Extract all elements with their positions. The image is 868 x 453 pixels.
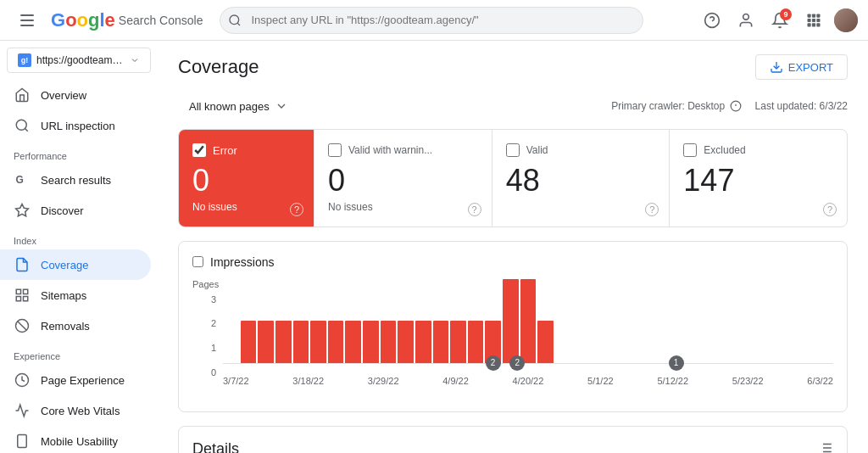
g-icon: G	[14, 171, 31, 188]
core-web-vitals-icon	[14, 402, 31, 419]
valid-warning-checkbox-row: Valid with warnin...	[328, 143, 478, 157]
notification-badge: 9	[780, 8, 792, 20]
excluded-checkbox[interactable]	[683, 143, 697, 157]
impressions-checkbox[interactable]	[192, 256, 203, 267]
chart-bar	[398, 321, 414, 363]
filter-row: All known pages Primary crawler: Desktop…	[178, 93, 848, 119]
chart-bar	[433, 321, 449, 363]
export-label: EXPORT	[788, 61, 833, 74]
svg-line-1	[238, 23, 241, 25]
sidebar-item-core-web-vitals[interactable]: Core Web Vitals	[0, 395, 151, 426]
error-info-icon[interactable]: ?	[290, 203, 303, 216]
svg-point-4	[743, 14, 749, 20]
error-value: 0	[192, 164, 300, 198]
chart-bar	[503, 279, 519, 363]
chart-bar	[381, 321, 397, 363]
sidebar-item-discover[interactable]: Discover	[0, 195, 151, 226]
chevron-down-icon	[130, 55, 140, 65]
help-icon	[704, 12, 721, 29]
valid-warning-info-icon[interactable]: ?	[468, 203, 481, 216]
sidebar-item-label: Page Experience	[41, 374, 125, 387]
svg-rect-21	[16, 297, 20, 301]
valid-warning-value: 0	[328, 164, 478, 198]
svg-rect-9	[812, 18, 815, 21]
chart-section: Impressions Pages 3 2 1 0	[178, 241, 848, 412]
search-icon	[228, 14, 242, 27]
download-icon	[770, 60, 783, 74]
sidebar-item-sitemaps[interactable]: Sitemaps	[0, 280, 151, 310]
chart-bar	[258, 321, 274, 363]
valid-card: Valid 48 ?	[492, 130, 670, 226]
excluded-checkbox-row: Excluded	[683, 143, 833, 157]
error-checkbox[interactable]	[192, 143, 206, 157]
sidebar-item-search-results[interactable]: G Search results	[0, 165, 151, 195]
sidebar-item-label: Coverage	[41, 259, 88, 271]
mobile-icon	[14, 433, 31, 450]
svg-rect-19	[24, 289, 28, 294]
valid-checkbox[interactable]	[506, 143, 520, 157]
sidebar-section-index: Index	[0, 226, 158, 249]
chart-bar	[520, 279, 537, 363]
chevron-down-icon	[275, 99, 288, 113]
home-icon	[14, 87, 31, 103]
valid-value: 48	[506, 164, 656, 198]
avatar[interactable]	[834, 8, 858, 32]
sidebar-item-page-experience[interactable]: Page Experience	[0, 365, 151, 395]
sidebar-item-url-inspection[interactable]: URL inspection	[0, 110, 151, 141]
chart-area: Pages 3 2 1 0	[192, 279, 833, 398]
excluded-card: Excluded 147 ?	[670, 130, 847, 226]
help-button[interactable]	[698, 7, 726, 34]
crawler-info: Primary crawler: Desktop Last updated: 6…	[611, 100, 848, 113]
sidebar-item-coverage[interactable]: Coverage	[0, 249, 151, 280]
sidebar-item-label: Mobile Usability	[41, 435, 118, 448]
sidebar-item-label: Discover	[41, 204, 84, 217]
sidebar-item-overview[interactable]: Overview	[0, 80, 151, 110]
excluded-label: Excluded	[704, 144, 745, 156]
url-inspect-input[interactable]	[220, 7, 643, 34]
site-favicon: g!	[18, 53, 31, 67]
svg-rect-5	[808, 14, 811, 17]
pages-filter-label: All known pages	[189, 100, 270, 113]
svg-line-15	[25, 128, 27, 131]
sidebar-item-label: Core Web Vitals	[41, 405, 120, 417]
sidebar-item-mobile-usability[interactable]: Mobile Usability	[0, 426, 151, 453]
app-name: Search Console	[119, 14, 203, 27]
sidebar-item-removals[interactable]: Removals	[0, 310, 151, 341]
export-button[interactable]: EXPORT	[755, 54, 848, 80]
valid-label: Valid	[526, 144, 548, 156]
main-content: Coverage EXPORT All known pages Primary …	[158, 41, 868, 453]
filter-icon-button[interactable]	[818, 440, 833, 453]
apps-icon	[805, 12, 822, 29]
svg-rect-11	[808, 23, 811, 26]
apps-button[interactable]	[800, 7, 827, 34]
svg-text:G: G	[16, 174, 24, 186]
error-description: No issues	[192, 201, 300, 213]
valid-warning-description: No issues	[328, 201, 478, 213]
valid-checkbox-row: Valid	[506, 143, 656, 157]
sitemaps-icon	[14, 287, 31, 304]
valid-warning-checkbox[interactable]	[328, 143, 342, 157]
excluded-info-icon[interactable]: ?	[823, 203, 837, 216]
chart-bar	[241, 321, 257, 363]
error-card-label: Error	[213, 144, 237, 157]
chart-bar	[293, 321, 309, 363]
site-selector[interactable]: g! https://goodteam.ag...	[7, 48, 151, 73]
filter-icon	[818, 440, 833, 453]
menu-button[interactable]	[10, 3, 44, 37]
logo-link[interactable]: Google Search Console	[51, 9, 203, 31]
x-axis: 3/7/22 3/18/22 3/29/22 4/9/22 4/20/22 5/…	[223, 376, 833, 386]
topbar-actions: 9	[698, 7, 858, 34]
chart-bars-container: 2 2 1	[223, 279, 833, 364]
details-section: Details Status Type Validation ↓ Trend P…	[178, 426, 848, 453]
chart-bubble-1: 2	[486, 355, 501, 371]
removals-icon	[14, 317, 31, 334]
excluded-value: 147	[683, 164, 833, 198]
account-circle-button[interactable]	[732, 7, 760, 34]
valid-info-icon[interactable]: ?	[645, 203, 659, 216]
pages-filter[interactable]: All known pages	[178, 93, 299, 119]
svg-rect-6	[812, 14, 815, 17]
notifications-button[interactable]: 9	[766, 7, 793, 34]
page-title: Coverage	[178, 56, 259, 78]
primary-crawler-label: Primary crawler: Desktop	[611, 100, 741, 113]
error-checkbox-row: Error	[192, 143, 300, 157]
